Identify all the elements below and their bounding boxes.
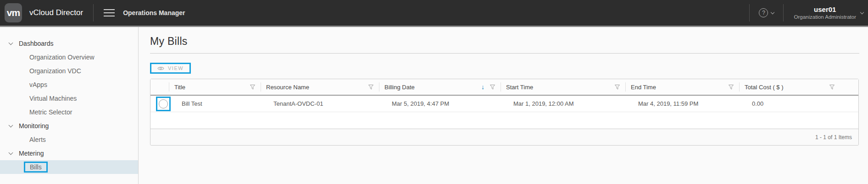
cell-end-time: Mar 4, 2019, 11:59 PM: [633, 96, 746, 112]
sidebar-item-vapps[interactable]: vApps: [0, 78, 138, 92]
hamburger-menu-icon[interactable]: [104, 9, 115, 16]
sidebar-group-label: Dashboards: [19, 40, 54, 47]
title-divider: [150, 53, 859, 54]
sidebar-group-label: Monitoring: [19, 122, 49, 130]
product-title: vCloud Director: [29, 8, 83, 17]
bills-datagrid: Title Resource Name Billing Date: [150, 79, 859, 146]
sidebar-item-alerts[interactable]: Alerts: [0, 133, 138, 146]
sidebar-item-label: Bills: [30, 163, 42, 171]
column-header-title[interactable]: Title: [169, 79, 261, 95]
row-radio-button[interactable]: [159, 99, 168, 108]
sidebar-item-organization-overview[interactable]: Organization Overview: [0, 50, 138, 64]
user-menu[interactable]: user01 Organization Administrator: [794, 5, 863, 20]
topbar-divider: [749, 4, 750, 22]
sidebar-group-monitoring[interactable]: Monitoring: [0, 119, 138, 133]
column-header-resource-name[interactable]: Resource Name: [261, 79, 379, 95]
view-button[interactable]: VIEW: [150, 63, 191, 74]
column-label: Total Cost ( $ ): [745, 84, 784, 91]
select-column-header: [150, 79, 169, 95]
sort-desc-icon[interactable]: ↓: [481, 84, 484, 90]
sidebar-item-label: vApps: [29, 81, 47, 88]
column-header-end-time[interactable]: End Time: [625, 79, 739, 95]
pagination-summary: 1 - 1 of 1 Items: [815, 134, 852, 141]
datagrid-empty-area: [150, 112, 858, 129]
cell-resource-name: TenantA-OVDC-01: [268, 96, 386, 112]
filter-icon[interactable]: [615, 85, 620, 90]
topbar-divider: [783, 4, 784, 22]
column-header-start-time[interactable]: Start Time: [501, 79, 625, 95]
user-role: Organization Administrator: [794, 14, 856, 20]
help-icon: ?: [759, 8, 768, 17]
chevron-down-icon: [771, 10, 774, 14]
sidebar-group-metering[interactable]: Metering: [0, 146, 138, 160]
chevron-down-icon: [860, 11, 864, 14]
chevron-down-icon: [9, 40, 13, 45]
column-label: Title: [174, 84, 185, 91]
cell-title: Bill Test: [176, 96, 268, 112]
sidebar-item-label: Organization VDC: [29, 67, 81, 75]
column-header-billing-date[interactable]: Billing Date ↓: [379, 79, 501, 95]
cell-start-time: Mar 1, 2019, 12:00 AM: [508, 96, 633, 112]
top-bar: vm vCloud Director Operations Manager ? …: [0, 0, 868, 27]
column-label: Resource Name: [266, 84, 309, 91]
user-name: user01: [814, 5, 836, 14]
app-title: Operations Manager: [123, 9, 185, 16]
row-select-cell: [150, 96, 176, 112]
datagrid-footer: 1 - 1 of 1 Items: [150, 129, 858, 145]
table-row: Bill Test TenantA-OVDC-01 Mar 5, 2019, 4…: [150, 96, 858, 112]
datagrid-header-row: Title Resource Name Billing Date: [150, 79, 858, 96]
sidebar-item-label: Virtual Machines: [29, 95, 77, 102]
radio-focus-ring: [156, 97, 171, 111]
sidebar-group-label: Metering: [19, 150, 44, 157]
sidebar-item-label: Metric Selector: [29, 108, 72, 116]
cell-billing-date: Mar 5, 2019, 4:47 PM: [386, 96, 508, 112]
column-label: End Time: [631, 84, 656, 91]
view-button-label: VIEW: [168, 65, 184, 71]
page-title: My Bills: [150, 36, 859, 47]
chevron-down-icon: [9, 150, 13, 155]
help-menu[interactable]: ?: [759, 8, 774, 17]
filter-icon[interactable]: [250, 85, 255, 90]
chevron-down-icon: [9, 123, 13, 127]
sidebar-item-virtual-machines[interactable]: Virtual Machines: [0, 92, 138, 105]
topbar-divider: [93, 4, 94, 22]
grid-toolbar: VIEW: [150, 63, 859, 74]
vmware-logo: vm: [5, 3, 22, 22]
sidebar-item-bills[interactable]: Bills: [0, 160, 138, 174]
column-label: Billing Date: [384, 84, 415, 91]
main-content: My Bills VIEW Title: [139, 27, 868, 184]
cell-total-cost: 0.00: [746, 96, 858, 112]
sidebar-item-bills-focus-ring: Bills: [24, 162, 48, 173]
column-header-total-cost[interactable]: Total Cost ( $ ): [739, 79, 858, 95]
filter-icon[interactable]: [490, 85, 495, 90]
sidebar-item-metric-selector[interactable]: Metric Selector: [0, 105, 138, 119]
filter-icon[interactable]: [729, 85, 734, 90]
filter-icon[interactable]: [368, 85, 373, 90]
sidebar-item-organization-vdc[interactable]: Organization VDC: [0, 64, 138, 78]
sidebar-group-dashboards[interactable]: Dashboards: [0, 37, 138, 50]
column-label: Start Time: [506, 84, 533, 91]
sidebar-item-label: Alerts: [29, 136, 46, 143]
vmware-logo-text: vm: [7, 7, 20, 18]
eye-icon: [157, 66, 164, 71]
sidebar-nav: Dashboards Organization Overview Organiz…: [0, 27, 139, 184]
sidebar-item-label: Organization Overview: [29, 54, 95, 61]
filter-icon[interactable]: [829, 85, 835, 90]
